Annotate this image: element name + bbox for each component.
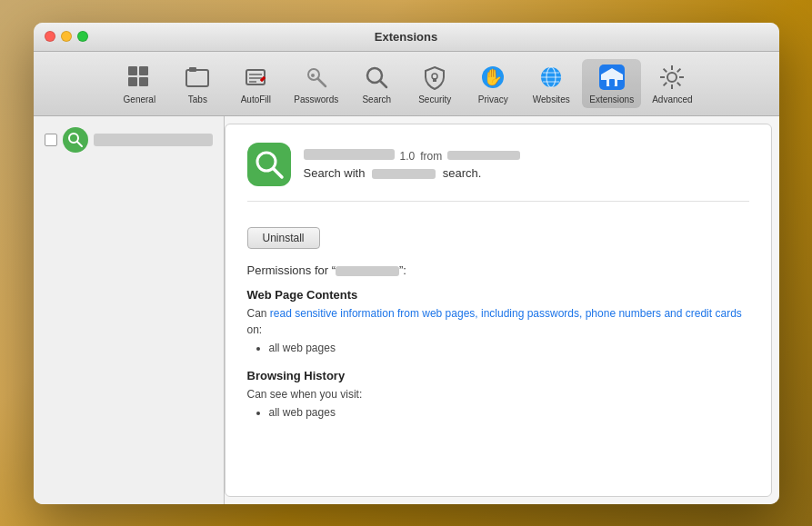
search-label: Search: [362, 94, 391, 104]
tabs-icon: [183, 63, 212, 92]
browsing-history-list: all web pages: [269, 406, 749, 419]
svg-rect-25: [609, 79, 615, 86]
uninstall-button[interactable]: Uninstall: [247, 227, 320, 249]
autofill-icon: [241, 63, 270, 92]
privacy-icon: ✋: [478, 63, 507, 92]
uninstall-button-container: Uninstall: [247, 216, 749, 249]
browsing-history-desc: Can see when you visit:: [247, 386, 749, 402]
toolbar-item-passwords[interactable]: Passwords: [286, 59, 346, 108]
svg-rect-5: [189, 67, 196, 72]
svg-rect-2: [128, 77, 137, 86]
sidebar: [34, 116, 225, 504]
extension-detail-panel: 1.0 from Search with search. Uninstall: [225, 124, 772, 497]
advanced-icon: [657, 63, 687, 92]
desc-highlight: read sensitive information from web page…: [270, 307, 742, 320]
toolbar-item-websites[interactable]: Websites: [524, 59, 578, 108]
svg-point-26: [667, 73, 677, 82]
security-label: Security: [418, 94, 451, 104]
tabs-label: Tabs: [188, 94, 207, 104]
web-page-contents-list: all web pages: [269, 342, 749, 354]
passwords-icon: [302, 63, 331, 92]
extension-checkbox[interactable]: [45, 134, 57, 146]
svg-rect-3: [139, 77, 148, 86]
toolbar-item-general[interactable]: General: [112, 59, 166, 108]
svg-line-38: [274, 169, 282, 177]
websites-icon: [536, 63, 566, 92]
toolbar: General Tabs AutoFill: [34, 52, 779, 116]
svg-rect-16: [433, 78, 436, 82]
permissions-suffix: ”:: [399, 263, 406, 277]
permissions-prefix: Permissions for “: [247, 263, 336, 277]
permissions-name-bar: [336, 266, 399, 276]
search-icon: [362, 63, 391, 92]
desc-prefix: Can: [247, 307, 270, 320]
permissions-label: Permissions for “”:: [247, 263, 749, 277]
web-page-contents-title: Web Page Contents: [247, 288, 749, 302]
close-button[interactable]: [45, 31, 55, 42]
extension-from-text: from: [420, 150, 442, 163]
sidebar-extension-row[interactable]: [41, 124, 216, 156]
extension-name-inline-bar: [372, 169, 436, 179]
web-page-contents-group: Web Page Contents Can read sensitive inf…: [247, 288, 749, 354]
svg-line-32: [677, 82, 681, 85]
permissions-section: Permissions for “”: Web Page Contents Ca…: [247, 263, 749, 433]
websites-label: Websites: [533, 94, 570, 104]
safari-preferences-window: Extensions General Tabs: [34, 23, 779, 504]
sidebar-extension-name: [94, 134, 213, 146]
toolbar-item-tabs[interactable]: Tabs: [170, 59, 225, 108]
svg-line-36: [77, 142, 82, 146]
sidebar-extension-icon: [63, 127, 88, 153]
search-suffix: search.: [443, 166, 482, 180]
maximize-button[interactable]: [77, 31, 88, 42]
web-page-contents-list-item: all web pages: [269, 342, 749, 354]
extensions-label: Extensions: [589, 94, 634, 104]
browsing-history-title: Browsing History: [247, 369, 749, 382]
svg-line-14: [380, 81, 386, 87]
minimize-button[interactable]: [61, 31, 72, 42]
extension-name-bar: [304, 149, 395, 160]
extensions-icon: [597, 63, 627, 92]
svg-rect-0: [128, 66, 137, 75]
desc-suffix: on:: [247, 323, 263, 336]
extension-info: 1.0 from Search with search.: [304, 149, 749, 180]
main-content: 1.0 from Search with search. Uninstall: [34, 116, 779, 504]
browsing-history-group: Browsing History Can see when you visit:…: [247, 369, 749, 419]
svg-rect-1: [139, 66, 148, 75]
title-bar: Extensions: [34, 23, 779, 52]
svg-line-11: [317, 78, 326, 86]
svg-rect-4: [186, 70, 208, 86]
toolbar-item-autofill[interactable]: AutoFill: [228, 59, 283, 108]
extension-name-row: 1.0 from: [304, 149, 749, 163]
general-icon: [125, 63, 154, 92]
window-title: Extensions: [375, 30, 437, 44]
extension-version: 1.0: [400, 150, 416, 163]
svg-line-33: [677, 68, 681, 72]
traffic-lights: [45, 31, 88, 42]
svg-point-12: [311, 74, 315, 77]
browsing-history-list-item: all web pages: [269, 406, 749, 419]
passwords-label: Passwords: [294, 94, 338, 104]
svg-line-34: [664, 82, 667, 85]
privacy-label: Privacy: [478, 94, 508, 104]
extension-description: Search with search.: [304, 166, 749, 180]
security-icon: [420, 63, 449, 92]
toolbar-item-extensions[interactable]: Extensions: [582, 59, 641, 108]
toolbar-item-advanced[interactable]: Advanced: [645, 59, 699, 108]
svg-text:✋: ✋: [483, 67, 504, 87]
extension-source-bar: [447, 151, 520, 160]
search-with-text: Search with: [304, 166, 366, 180]
toolbar-item-privacy[interactable]: ✋ Privacy: [466, 59, 520, 108]
extension-header: 1.0 from Search with search.: [247, 143, 749, 202]
toolbar-item-search[interactable]: Search: [349, 59, 404, 108]
extension-app-icon: [247, 143, 291, 186]
svg-line-31: [664, 68, 667, 72]
toolbar-item-security[interactable]: Security: [407, 59, 462, 108]
web-page-contents-desc: Can read sensitive information from web …: [247, 305, 749, 338]
autofill-label: AutoFill: [241, 94, 271, 104]
general-label: General: [124, 94, 156, 104]
advanced-label: Advanced: [652, 94, 692, 104]
